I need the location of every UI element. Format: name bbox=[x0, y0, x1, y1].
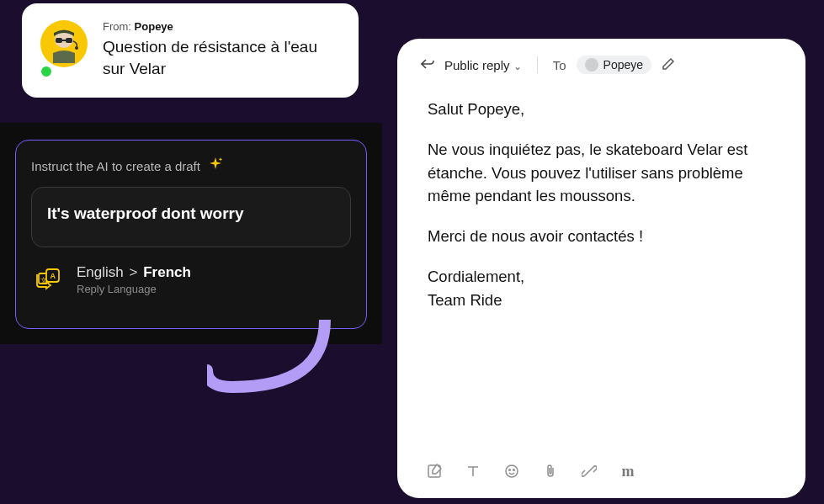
chevron-down-icon: ⌄ bbox=[513, 61, 522, 72]
from-name: Popeye bbox=[135, 20, 173, 33]
language-text-block: English > French Reply Language bbox=[77, 264, 191, 295]
reply-arrow-icon[interactable] bbox=[421, 58, 434, 72]
recipient-chip[interactable]: Popeye bbox=[577, 56, 651, 74]
macro-icon[interactable]: m bbox=[619, 463, 636, 480]
svg-rect-2 bbox=[56, 38, 62, 43]
ai-instruct-label: Instruct the AI to create a draft bbox=[31, 159, 200, 173]
reply-paragraph-1: Ne vous inquiétez pas, le skateboard Vel… bbox=[428, 138, 775, 208]
sender-avatar bbox=[40, 20, 88, 67]
lang-target: French bbox=[143, 264, 191, 280]
ai-instruct-row: Instruct the AI to create a draft bbox=[31, 156, 351, 177]
avatar-wrap bbox=[40, 20, 88, 79]
ai-prompt-text: It's waterproof dont worry bbox=[47, 204, 244, 222]
svg-point-10 bbox=[506, 465, 518, 477]
ai-panel-container: Instruct the AI to create a draft It's w… bbox=[0, 123, 382, 344]
attachment-icon[interactable] bbox=[542, 463, 559, 480]
edit-icon[interactable] bbox=[662, 57, 675, 73]
lang-source: English bbox=[77, 264, 124, 280]
incoming-message-card[interactable]: From: Popeye Question de résistance à l'… bbox=[22, 3, 359, 98]
svg-point-12 bbox=[513, 470, 515, 471]
reply-language-row[interactable]: 文 A English > French Reply Language bbox=[31, 263, 351, 296]
reply-composer-card: Public reply ⌄ To Popeye Salut Popeye, N… bbox=[397, 39, 805, 498]
divider bbox=[537, 56, 538, 73]
svg-text:文: 文 bbox=[40, 277, 47, 284]
compose-icon[interactable] bbox=[426, 463, 443, 480]
emoji-icon[interactable] bbox=[503, 463, 520, 480]
sparkle-icon bbox=[207, 156, 224, 177]
translate-icon: 文 A bbox=[31, 263, 65, 296]
reply-type-label: Public reply bbox=[444, 58, 510, 72]
text-format-icon[interactable] bbox=[465, 463, 481, 480]
svg-text:A: A bbox=[51, 272, 56, 280]
from-prefix: From: bbox=[103, 20, 131, 33]
reply-type-dropdown[interactable]: Public reply ⌄ bbox=[444, 58, 522, 72]
svg-point-5 bbox=[75, 46, 78, 50]
svg-rect-4 bbox=[62, 40, 66, 41]
recipient-name: Popeye bbox=[603, 58, 643, 72]
reply-signature: Team Ride bbox=[428, 289, 775, 312]
message-from-line: From: Popeye bbox=[103, 20, 340, 33]
reply-header: Public reply ⌄ To Popeye bbox=[421, 56, 782, 74]
svg-rect-3 bbox=[66, 38, 72, 43]
reply-paragraph-2: Merci de nous avoir contactés ! bbox=[428, 225, 775, 248]
ai-draft-panel: Instruct the AI to create a draft It's w… bbox=[15, 140, 367, 329]
ai-prompt-input[interactable]: It's waterproof dont worry bbox=[31, 187, 351, 247]
recipient-avatar-mini bbox=[585, 58, 598, 72]
svg-point-11 bbox=[509, 470, 511, 471]
lang-arrow: > bbox=[130, 264, 138, 280]
message-subject: Question de résistance à l'eau sur Velar bbox=[103, 36, 340, 79]
message-text: From: Popeye Question de résistance à l'… bbox=[103, 20, 340, 79]
reply-greeting: Salut Popeye, bbox=[428, 98, 775, 121]
lang-sub-label: Reply Language bbox=[77, 283, 191, 295]
presence-indicator bbox=[39, 64, 54, 79]
language-pair: English > French bbox=[77, 264, 191, 281]
link-icon[interactable] bbox=[581, 463, 598, 480]
to-label: To bbox=[553, 58, 566, 72]
reply-body[interactable]: Salut Popeye, Ne vous inquiétez pas, le … bbox=[421, 98, 782, 456]
reply-closing: Cordialement, bbox=[428, 265, 775, 289]
reply-toolbar: m bbox=[421, 456, 782, 483]
